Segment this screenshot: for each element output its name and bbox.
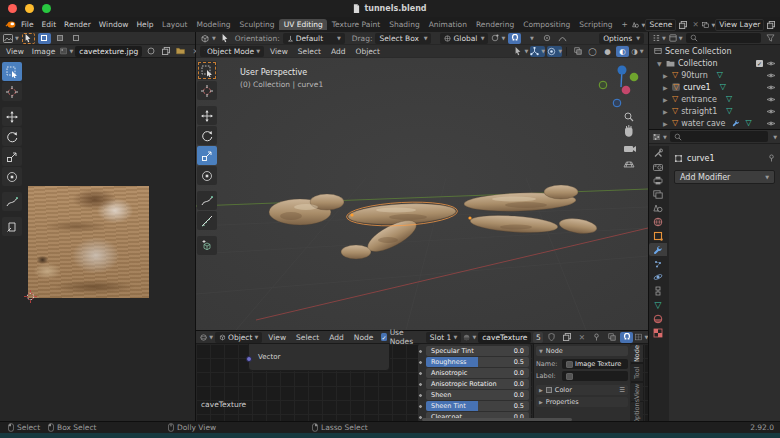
sh-menu-add[interactable]: Add bbox=[325, 333, 348, 342]
viewport-active-tool-icon[interactable] bbox=[219, 33, 232, 44]
uv-tool-transform[interactable] bbox=[2, 167, 22, 186]
color-panel-header[interactable]: ▶ Color ☰ bbox=[536, 385, 628, 395]
bsdf-slider-row[interactable]: Anisotropic0.0 bbox=[426, 368, 529, 378]
hide-collection-eye-icon[interactable] bbox=[766, 60, 776, 67]
options-dropdown[interactable]: Options▼ bbox=[599, 33, 644, 44]
tab-material-properties[interactable] bbox=[649, 312, 667, 325]
material-datablock-icon[interactable]: ▼ bbox=[463, 332, 476, 343]
overlays-toggle-icon[interactable]: ▼ bbox=[547, 46, 562, 57]
vp-tool-transform[interactable] bbox=[197, 166, 217, 185]
uv-display-channel-z-button[interactable] bbox=[70, 33, 83, 44]
unlink-material-button[interactable]: ✕ bbox=[575, 332, 588, 343]
uv-menu-view[interactable]: View bbox=[3, 47, 27, 56]
vp-tool-add-cube[interactable] bbox=[197, 236, 217, 255]
color-checkbox[interactable] bbox=[546, 387, 552, 393]
menu-file[interactable]: File bbox=[17, 20, 38, 29]
image-browse-icon[interactable]: ▼ bbox=[60, 46, 73, 57]
node-label-field[interactable] bbox=[562, 371, 628, 381]
shading-rendered-button[interactable]: ◑▼ bbox=[631, 46, 644, 57]
add-workspace-button[interactable]: + bbox=[617, 19, 632, 30]
tab-scene-properties[interactable] bbox=[649, 202, 667, 215]
image-cycle-icon[interactable] bbox=[144, 46, 157, 57]
properties-panel-header[interactable]: ▶Properties bbox=[536, 397, 628, 407]
outliner-row-entrance[interactable]: ▶ ▽ entrance ▽ bbox=[649, 93, 780, 105]
blender-logo-icon[interactable] bbox=[4, 19, 17, 30]
workspace-tab-rendering[interactable]: Rendering bbox=[471, 19, 518, 30]
input-socket[interactable] bbox=[418, 371, 423, 376]
node-name-field[interactable]: Image Texture bbox=[562, 359, 628, 369]
shader-type-dropdown[interactable]: Object▼ bbox=[215, 332, 262, 343]
workspace-tab-scripting[interactable]: Scripting bbox=[575, 19, 617, 30]
properties-options-caret[interactable]: ▼ bbox=[773, 134, 777, 140]
outliner-row-collection[interactable]: ▼ Collection ✓ bbox=[649, 57, 780, 69]
expand-caret-icon[interactable]: ▶ bbox=[663, 84, 669, 91]
uv-2d-cursor-icon[interactable] bbox=[24, 290, 37, 303]
close-window-button[interactable] bbox=[8, 4, 17, 13]
uv-tool-rip-region[interactable] bbox=[2, 217, 22, 236]
hide-object-eye-icon[interactable] bbox=[766, 84, 776, 91]
unlink-scene-button[interactable]: ✕ bbox=[689, 19, 702, 30]
maximize-window-button[interactable] bbox=[42, 4, 51, 13]
menu-window[interactable]: Window bbox=[95, 20, 133, 29]
uv-tool-move[interactable] bbox=[2, 107, 22, 126]
node-snap-toggle-icon[interactable] bbox=[620, 332, 633, 343]
cave-texture-image[interactable] bbox=[28, 186, 149, 298]
properties-search-input[interactable] bbox=[670, 131, 768, 142]
vector-input-socket[interactable] bbox=[246, 356, 252, 362]
vp-tool-rotate[interactable] bbox=[197, 126, 217, 145]
uv-tool-select-box[interactable] bbox=[2, 62, 22, 81]
uv-menu-image[interactable]: Image bbox=[29, 47, 59, 56]
scene-selector[interactable]: Scene bbox=[645, 19, 676, 31]
editor-type-outliner-icon[interactable]: ▼ bbox=[652, 33, 666, 44]
outliner-display-mode-icon[interactable]: ▼ bbox=[669, 33, 683, 44]
hide-object-eye-icon[interactable] bbox=[766, 72, 776, 79]
menu-edit[interactable]: Edit bbox=[38, 20, 61, 29]
new-image-button[interactable] bbox=[159, 46, 172, 57]
proportional-editing-icon[interactable] bbox=[540, 33, 553, 44]
uv-tool-rotate[interactable] bbox=[2, 127, 22, 146]
sh-menu-view[interactable]: View bbox=[264, 333, 290, 342]
pin-id-icon[interactable] bbox=[768, 154, 775, 162]
bsdf-slider-row[interactable]: Anisotropic Rotation0.0 bbox=[426, 379, 529, 389]
node-editor-canvas[interactable]: Vector caveTexture Specular Tint0.0 Roug… bbox=[196, 344, 648, 422]
tab-physics-properties[interactable] bbox=[649, 271, 667, 284]
hide-object-eye-icon[interactable] bbox=[766, 120, 776, 127]
minimize-window-button[interactable] bbox=[25, 4, 34, 13]
tab-world-properties[interactable] bbox=[649, 216, 667, 229]
material-users-count[interactable]: 5 bbox=[533, 332, 543, 343]
tab-render-properties[interactable] bbox=[649, 161, 667, 174]
snap-settings-caret[interactable]: ▼ bbox=[524, 33, 537, 44]
tab-tool-properties[interactable] bbox=[649, 147, 667, 160]
workspace-tab-layout[interactable]: Layout bbox=[157, 19, 192, 30]
workspace-tab-uv-editing[interactable]: UV Editing bbox=[279, 19, 327, 30]
bsdf-slider-row[interactable]: Roughness0.5 bbox=[426, 357, 529, 367]
viewport-scene-canvas[interactable] bbox=[196, 58, 648, 330]
editor-type-3d-viewport-icon[interactable]: ▼ bbox=[200, 33, 216, 44]
uv-display-channel-alpha-button[interactable] bbox=[54, 33, 67, 44]
object-type-visibility-icon[interactable]: ▼ bbox=[514, 46, 528, 57]
vp-tool-measure[interactable] bbox=[197, 211, 217, 230]
mode-dropdown[interactable]: Object Mode▼ bbox=[200, 46, 264, 57]
expand-caret-icon[interactable]: ▶ bbox=[663, 96, 669, 103]
shading-material-preview-button[interactable]: ◐ bbox=[616, 46, 629, 57]
bsdf-slider-row[interactable]: Specular Tint0.0 bbox=[426, 346, 529, 356]
sidebar-tab-tool[interactable]: Tool bbox=[630, 364, 643, 381]
workspace-tab-sculpting[interactable]: Sculpting bbox=[235, 19, 279, 30]
snap-target-icon[interactable]: ▼ bbox=[491, 33, 505, 44]
tab-texture-properties[interactable] bbox=[649, 326, 667, 339]
sidebar-tab-options[interactable]: Options bbox=[630, 402, 643, 421]
input-socket[interactable] bbox=[418, 404, 423, 409]
outliner-row-straight1[interactable]: ▶ ▽ straight1 ▽ bbox=[649, 105, 780, 117]
transform-orientation-dropdown[interactable]: Global▼ bbox=[440, 33, 488, 44]
uv-tool-cursor[interactable] bbox=[2, 82, 22, 101]
sh-menu-node[interactable]: Node bbox=[350, 333, 378, 342]
input-socket[interactable] bbox=[418, 360, 423, 365]
open-image-button[interactable] bbox=[174, 46, 187, 57]
tab-output-properties[interactable] bbox=[649, 174, 667, 187]
vp-tool-move[interactable] bbox=[197, 106, 217, 125]
tab-object-properties[interactable] bbox=[649, 230, 667, 243]
menu-help[interactable]: Help bbox=[132, 20, 157, 29]
outliner-row-curve1[interactable]: ▶ ▽ curve1 ▽ bbox=[649, 81, 780, 93]
vp-menu-add[interactable]: Add bbox=[327, 47, 350, 56]
hide-object-eye-icon[interactable] bbox=[766, 108, 776, 115]
